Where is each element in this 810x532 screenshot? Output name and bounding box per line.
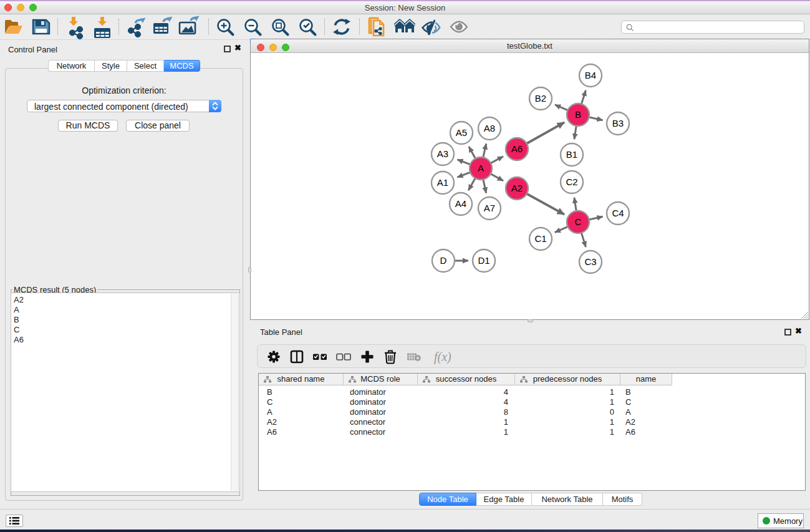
svg-text:A6: A6 <box>511 143 523 154</box>
svg-text:A3: A3 <box>437 148 448 159</box>
svg-text:A2: A2 <box>511 183 523 193</box>
svg-text:f(x): f(x) <box>434 350 451 364</box>
svg-text:A8: A8 <box>484 123 495 133</box>
svg-text:C1: C1 <box>534 233 546 244</box>
svg-text:A5: A5 <box>456 127 467 138</box>
svg-text:C: C <box>575 216 582 227</box>
svg-text:B4: B4 <box>585 70 596 80</box>
svg-text:D1: D1 <box>478 255 489 266</box>
svg-text:B1: B1 <box>566 149 577 160</box>
svg-text:A4: A4 <box>455 198 466 209</box>
svg-text:C4: C4 <box>612 208 624 218</box>
svg-text:C2: C2 <box>566 177 577 187</box>
svg-text:D: D <box>440 255 447 266</box>
svg-text:B3: B3 <box>612 118 624 128</box>
svg-text:B: B <box>575 109 581 120</box>
svg-text:A: A <box>478 163 484 173</box>
svg-text:C3: C3 <box>584 256 596 267</box>
svg-text:A1: A1 <box>437 177 448 188</box>
svg-text:A7: A7 <box>484 203 495 213</box>
svg-text:B2: B2 <box>535 93 546 104</box>
